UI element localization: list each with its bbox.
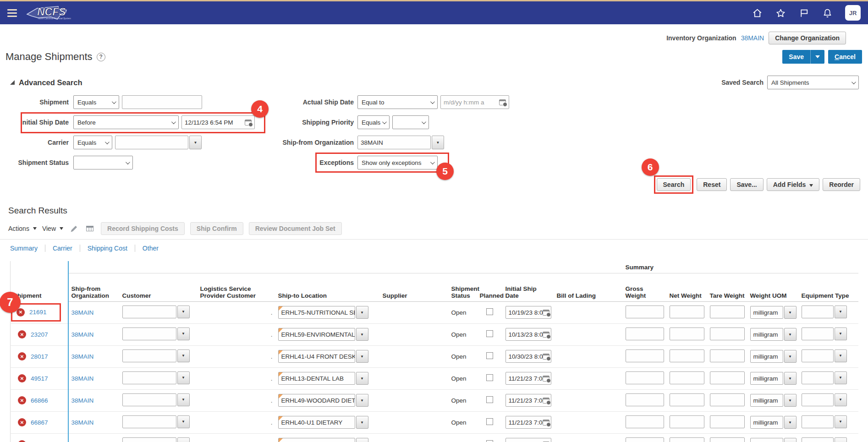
net-weight-field[interactable] [670, 327, 704, 340]
record-shipping-costs-button[interactable]: Record Shipping Costs [101, 222, 185, 235]
gross-weight-field[interactable] [626, 371, 664, 384]
actual-ship-date-input[interactable]: m/d/yy h:mm a [440, 95, 509, 109]
equipment-type-field[interactable] [802, 437, 834, 442]
tare-weight-field[interactable] [710, 327, 745, 340]
weight-uom-field[interactable]: milligram [750, 350, 783, 363]
tab-carrier[interactable]: Carrier [45, 245, 80, 252]
column-header-bill-of-lading[interactable]: Bill of Lading [554, 273, 623, 301]
column-header-equipment-type[interactable]: Equipment Type [799, 273, 858, 301]
combo-dropdown-button[interactable]: ▼ [177, 371, 190, 384]
combo-dropdown-button[interactable]: ▼ [784, 372, 797, 385]
tare-weight-field[interactable] [710, 371, 745, 384]
combo-dropdown-button[interactable]: ▼ [177, 393, 190, 406]
column-header-shipment-status[interactable]: Shipment Status [449, 273, 477, 301]
initial-ship-date-input[interactable]: 12/11/23 6:54 PM [181, 115, 255, 129]
ship-from-org-input[interactable]: 38MAIN [357, 136, 431, 149]
notifications-bell-icon[interactable] [822, 7, 833, 19]
add-fields-button[interactable]: Add Fields [767, 178, 820, 191]
column-header-tare-weight[interactable]: Tare Weight [707, 273, 747, 301]
ship-from-org-link[interactable]: 38MAIN [71, 397, 94, 404]
gross-weight-field[interactable] [626, 437, 664, 442]
user-avatar[interactable]: JR [845, 5, 861, 21]
net-weight-field[interactable] [670, 306, 704, 318]
ncfs-logo[interactable]: NCFS North Carolina Financial System [24, 3, 74, 23]
customer-field[interactable] [122, 415, 176, 428]
equipment-type-field[interactable] [802, 393, 834, 406]
ship-to-location-field[interactable]: ERHL44-U4 HOUSEKEEPI [278, 438, 355, 442]
datepicker-icon[interactable] [543, 376, 549, 382]
flag-icon[interactable] [798, 7, 810, 19]
shipment-link[interactable]: 23207 [31, 331, 48, 338]
initial-ship-date-field[interactable]: 10/13/23 8:00 [505, 328, 551, 341]
column-header-logistics[interactable]: Logistics Service Provider Customer [198, 273, 275, 301]
planned-checkbox[interactable] [486, 418, 493, 425]
tab-shipping-cost[interactable]: Shipping Cost [80, 245, 135, 252]
exceptions-select[interactable]: Show only exceptions [357, 156, 438, 169]
ship-from-org-link[interactable]: 38MAIN [71, 331, 94, 338]
combo-dropdown-button[interactable]: ▼ [784, 438, 797, 442]
initial-ship-date-field[interactable]: 10/19/23 8:00 [505, 306, 551, 319]
column-header-initial-ship-date[interactable]: Initial Ship Date [503, 273, 554, 301]
planned-checkbox[interactable] [486, 396, 493, 403]
net-weight-field[interactable] [670, 437, 704, 442]
column-header-supplier[interactable]: Supplier [380, 273, 449, 301]
combo-dropdown-button[interactable]: ▼ [432, 136, 444, 149]
initial-ship-date-field[interactable]: 10/30/23 8:00 [505, 350, 551, 363]
column-header-shipment[interactable]: Shipment [11, 261, 68, 301]
tare-weight-field[interactable] [710, 306, 745, 318]
review-document-job-set-button[interactable]: Review Document Job Set [249, 222, 342, 235]
edit-pencil-icon[interactable] [70, 224, 78, 233]
gross-weight-field[interactable] [626, 393, 664, 406]
datepicker-icon[interactable] [543, 420, 549, 426]
reorder-button[interactable]: Reorder [823, 178, 860, 191]
tare-weight-field[interactable] [710, 393, 745, 406]
shipping-priority-select[interactable] [392, 115, 429, 129]
initial-ship-date-field[interactable]: 11/22/23 7:00 [505, 438, 551, 442]
combo-dropdown-button[interactable]: ▼ [189, 136, 202, 149]
tab-other[interactable]: Other [135, 245, 166, 252]
save-dropdown-button[interactable] [810, 50, 824, 64]
save-button[interactable]: Save [782, 50, 810, 64]
ship-to-location-field[interactable]: ERHL40-U1 DIETARY [278, 416, 355, 429]
shipment-operator-select[interactable]: Equals [73, 95, 119, 109]
net-weight-field[interactable] [670, 393, 704, 406]
ship-from-org-link[interactable]: 38MAIN [71, 419, 94, 426]
column-header-gross-weight[interactable]: Gross Weight [623, 273, 667, 301]
combo-dropdown-button[interactable]: ▼ [356, 372, 368, 385]
equipment-type-field[interactable] [802, 415, 834, 428]
column-header-weight-uom[interactable]: Weight UOM [747, 273, 799, 301]
actual-ship-date-operator-select[interactable]: Equal to [357, 95, 438, 109]
ship-from-org-link[interactable]: 38MAIN [71, 309, 94, 316]
column-header-net-weight[interactable]: Net Weight [667, 273, 707, 301]
cancel-button[interactable]: Cancel [828, 50, 862, 64]
column-header-customer[interactable]: Customer [120, 273, 198, 301]
carrier-operator-select[interactable]: Equals [73, 136, 112, 149]
shipment-link[interactable]: 66867 [31, 419, 48, 426]
combo-dropdown-button[interactable]: ▼ [356, 350, 368, 363]
datepicker-icon[interactable] [543, 332, 549, 338]
shipment-link[interactable]: 66866 [31, 397, 48, 404]
combo-dropdown-button[interactable]: ▼ [356, 394, 368, 407]
combo-dropdown-button[interactable]: ▼ [835, 437, 847, 442]
column-header-planned[interactable]: Planned [477, 273, 503, 301]
customer-field[interactable] [122, 327, 176, 340]
weight-uom-field[interactable]: milligram [750, 394, 783, 407]
planned-checkbox[interactable] [486, 440, 493, 442]
gross-weight-field[interactable] [626, 415, 664, 428]
reset-button[interactable]: Reset [697, 178, 727, 191]
detach-icon[interactable] [86, 225, 94, 233]
ship-to-location-field[interactable]: ERHL13-DENTAL LAB [278, 372, 355, 385]
initial-ship-date-field[interactable]: 11/21/23 7:00 [505, 416, 551, 429]
datepicker-icon[interactable] [543, 354, 549, 360]
customer-field[interactable] [122, 393, 176, 406]
combo-dropdown-button[interactable]: ▼ [177, 327, 190, 340]
datepicker-icon[interactable] [543, 310, 549, 316]
combo-dropdown-button[interactable]: ▼ [356, 438, 368, 442]
weight-uom-field[interactable]: milligram [750, 438, 783, 442]
datepicker-icon[interactable] [543, 398, 549, 404]
customer-field[interactable] [122, 306, 176, 318]
combo-dropdown-button[interactable]: ▼ [356, 416, 368, 429]
net-weight-field[interactable] [670, 349, 704, 362]
combo-dropdown-button[interactable]: ▼ [784, 306, 797, 319]
combo-dropdown-button[interactable]: ▼ [784, 328, 797, 341]
